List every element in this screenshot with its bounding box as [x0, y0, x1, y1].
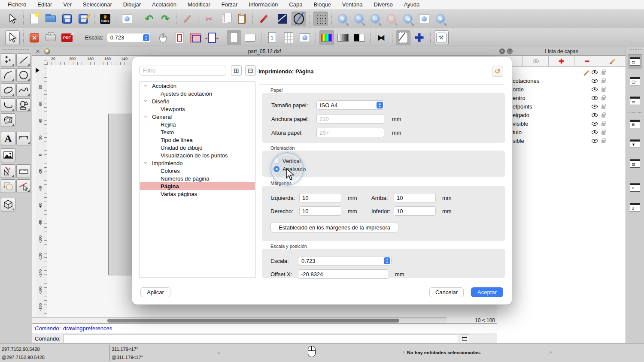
apply-button[interactable]: Aplicar	[140, 287, 170, 297]
eraser-button[interactable]	[180, 12, 194, 26]
print-button[interactable]	[43, 30, 58, 45]
menu-forzar[interactable]: Forzar	[222, 1, 238, 8]
line-tool-button[interactable]	[16, 53, 31, 67]
accept-button[interactable]: Aceptar	[471, 287, 503, 297]
eye-icon[interactable]	[592, 79, 598, 83]
layer-row[interactable]: sible	[497, 136, 626, 145]
dock-filter-button[interactable]: ▼	[628, 136, 642, 151]
lock-icon[interactable]	[601, 71, 605, 75]
dock-layer-tree-button[interactable]: ≣	[628, 117, 642, 131]
lock-icon[interactable]	[601, 114, 605, 118]
undo-button[interactable]: ↶	[142, 12, 156, 26]
layer-row[interactable]: tulo	[497, 128, 626, 136]
page-number-button[interactable]: 1	[265, 30, 279, 45]
toggle-visibility-button[interactable]	[523, 56, 549, 66]
zoom-window-button[interactable]	[417, 12, 431, 26]
points-tool-button[interactable]	[1, 53, 15, 67]
add-layer-button[interactable]: ✚	[549, 56, 574, 66]
eye-icon[interactable]	[592, 139, 598, 143]
lock-icon[interactable]	[601, 106, 605, 109]
dock-block-list-button[interactable]: ▢◦	[628, 74, 642, 88]
tree-item-diseno[interactable]: Diseño	[140, 97, 255, 105]
grayscale-mode-button[interactable]	[336, 30, 350, 45]
tree-item-texto[interactable]: Texto	[140, 128, 255, 136]
tree-item-rejilla[interactable]: Rejilla	[140, 121, 255, 128]
color-mode-button[interactable]	[319, 30, 334, 45]
dimension-tool-button[interactable]	[16, 132, 31, 145]
save-button[interactable]	[60, 12, 74, 26]
menu-editar[interactable]: Editar	[37, 1, 52, 8]
layer-row-current[interactable]	[497, 68, 626, 76]
dock-layer-list-button[interactable]: 🗀	[628, 54, 642, 69]
layer-row[interactable]: elgado	[497, 111, 626, 119]
menu-diverso[interactable]: Diverso	[374, 1, 393, 8]
print-preview-button[interactable]	[120, 12, 134, 26]
lock-icon[interactable]	[601, 123, 605, 126]
blackwhite-mode-button[interactable]	[352, 30, 367, 45]
eye-icon[interactable]	[592, 70, 598, 74]
ellipse-style-button[interactable]	[292, 12, 306, 26]
paper-border-button[interactable]	[172, 30, 187, 45]
copy-button[interactable]	[218, 12, 233, 26]
menu-capa[interactable]: Capa	[289, 1, 302, 8]
tree-item-colores[interactable]: Colores	[140, 167, 255, 175]
lock-icon[interactable]	[601, 97, 605, 100]
horizontal-scrollbar[interactable]	[32, 317, 447, 323]
zoom-auto-button[interactable]: ⛶	[368, 12, 383, 26]
pdf-export-button[interactable]: PDF	[60, 30, 74, 45]
printer-margins-button[interactable]: Establecido en los márgenes de la impres…	[270, 223, 398, 232]
zoom-selection-button[interactable]: ⛶	[384, 12, 399, 26]
menu-acotacion[interactable]: Acotación	[152, 1, 176, 8]
chevron-down-icon[interactable]	[144, 83, 147, 87]
tree-item-unidad-dibujo[interactable]: Unidad de dibujo	[140, 144, 255, 151]
layer-row[interactable]: efpoints	[497, 102, 626, 111]
lock-icon[interactable]	[601, 80, 605, 83]
tree-item-numeros-pagina[interactable]: Números de página	[140, 175, 255, 182]
arc-tool-button[interactable]	[1, 68, 15, 82]
eye-icon[interactable]	[592, 130, 598, 134]
remove-layer-button[interactable]: ━	[574, 56, 600, 66]
chevron-down-icon[interactable]	[144, 99, 147, 102]
zoom-out-button[interactable]: −	[352, 12, 366, 26]
save-as-button[interactable]	[76, 12, 91, 26]
collapse-all-button[interactable]: ⊟	[245, 65, 256, 76]
reset-defaults-button[interactable]: ↺	[492, 66, 503, 77]
spline-tool-button[interactable]	[16, 83, 31, 97]
layer-row[interactable]: orde	[497, 85, 626, 94]
paper-height-input[interactable]: 297	[316, 128, 384, 137]
block-tool-button[interactable]	[1, 179, 15, 193]
edit-layer-button[interactable]	[600, 56, 626, 66]
menu-modificar[interactable]: Modificar	[188, 1, 210, 8]
edit-pencil-button[interactable]	[256, 12, 271, 26]
margin-bottom-input[interactable]: 10	[394, 206, 436, 216]
open-file-button[interactable]	[43, 12, 58, 26]
polyline-tool-button[interactable]	[1, 98, 15, 112]
close-preview-button[interactable]: ✕	[27, 30, 42, 45]
modify-tool-button[interactable]	[1, 164, 15, 178]
command-options-button[interactable]	[460, 335, 469, 343]
scrollbar-thumb[interactable]	[107, 319, 399, 323]
menu-ventana[interactable]: Ventana	[342, 1, 363, 8]
dock-library-button[interactable]: ▭	[628, 94, 642, 108]
circle-tool-button[interactable]	[16, 68, 31, 82]
lock-icon[interactable]	[601, 131, 605, 135]
eye-icon[interactable]	[592, 96, 598, 100]
menu-ver[interactable]: Ver	[63, 1, 72, 8]
paper-layout-button[interactable]	[188, 30, 203, 45]
dock-command-button[interactable]: ≡	[628, 180, 642, 195]
image-tool-button[interactable]	[1, 148, 15, 162]
margin-right-input[interactable]: 10	[299, 206, 341, 216]
multi-page-button[interactable]	[281, 30, 296, 45]
chevron-down-icon[interactable]	[144, 160, 147, 164]
escala-combo[interactable]: 0.723 ▲▼	[107, 33, 151, 42]
filter-input[interactable]: Filtro	[140, 66, 226, 75]
tree-item-visualizacion-puntos[interactable]: Visualización de los puntos	[140, 151, 255, 159]
pencil-icon[interactable]	[585, 69, 589, 74]
tree-item-pagina[interactable]: Página	[140, 182, 255, 190]
tree-item-imprimiendo[interactable]: Imprimiendo	[140, 159, 255, 167]
dock-drag-handle[interactable]	[629, 49, 641, 53]
eye-icon[interactable]	[592, 113, 598, 117]
stepper-icon[interactable]: ▲▼	[143, 34, 149, 41]
tree-item-varias-paginas[interactable]: Varias páginas	[140, 190, 255, 198]
layer-row[interactable]: visible	[497, 119, 626, 128]
